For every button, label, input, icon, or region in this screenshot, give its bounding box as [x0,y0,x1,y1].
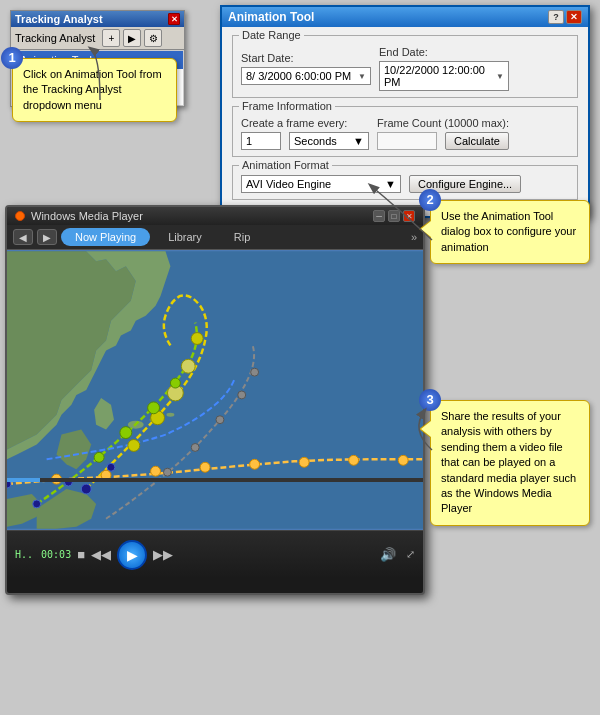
wmp-title-left: Windows Media Player [15,210,143,222]
svg-point-11 [33,500,41,508]
progress-bar-container [7,478,423,482]
time-value: 00:03 [41,549,71,560]
animation-tool-dialog: Animation Tool ? ✕ Date Range Start Date… [220,5,590,218]
callout-3-text: Share the results of your analysis with … [441,410,576,514]
wmp-tab-library[interactable]: Library [154,228,216,246]
frame-count-section: Frame Count (10000 max): Calculate [377,117,509,150]
svg-point-14 [120,427,132,439]
svg-point-19 [216,416,224,424]
callout-2: 2 Use the Animation Tool dialog box to c… [430,200,590,264]
callout-2-number: 2 [419,189,441,211]
wmp-controls: H.. 00:03 ■ ◀◀ ▶ ▶▶ 🔊 ⤢ [7,530,423,578]
anim-close-button[interactable]: ✕ [566,10,582,24]
end-date-input[interactable]: 10/22/2000 12:00:00 PM ▼ [379,61,509,91]
volume-icon[interactable]: 🔊 [380,547,396,562]
start-date-input[interactable]: 8/ 3/2000 6:00:00 PM ▼ [241,67,371,85]
date-range-label: Date Range [239,29,304,41]
start-date-value: 8/ 3/2000 6:00:00 PM [246,70,351,82]
end-date-section: End Date: 10/22/2000 12:00:00 PM ▼ [379,46,509,91]
calculate-button[interactable]: Calculate [445,132,509,150]
frame-count-label: Frame Count (10000 max): [377,117,509,129]
frame-every-inputs: Seconds ▼ [241,132,369,150]
callout-1-text: Click on Animation Tool from the Trackin… [23,68,162,111]
seconds-dropdown-icon: ▼ [353,135,364,147]
frame-info-label: Frame Information [239,100,335,112]
anim-format-label: Animation Format [239,159,332,171]
start-date-label: Start Date: [241,52,294,64]
svg-point-16 [170,378,180,388]
animation-tool-title: Animation Tool [228,10,314,24]
end-date-dropdown-icon: ▼ [496,72,504,81]
svg-point-15 [148,402,160,414]
callout-2-text: Use the Animation Tool dialog box to con… [441,210,576,253]
tracking-close-button[interactable]: ✕ [168,13,180,25]
svg-point-20 [238,391,246,399]
frame-row: Create a frame every: Seconds ▼ Frame Co… [241,117,569,150]
callout-3: 3 Share the results of your analysis wit… [430,400,590,526]
add-button[interactable]: + [102,29,120,47]
play-toolbar-button[interactable]: ▶ [123,29,141,47]
prev-button[interactable]: ◀◀ [91,547,111,562]
svg-point-25 [151,466,161,476]
wmp-forward-button[interactable]: ▶ [37,229,57,245]
engine-combo[interactable]: AVI Video Engine ▼ [241,175,401,193]
seconds-combo[interactable]: Seconds ▼ [289,132,369,150]
svg-point-4 [81,484,91,494]
engine-value: AVI Video Engine [246,178,331,190]
wmp-close-button[interactable]: ✕ [403,210,415,222]
callout-1: 1 Click on Animation Tool from the Track… [12,58,177,122]
svg-point-13 [94,452,104,462]
anim-format-group: Animation Format AVI Video Engine ▼ Conf… [232,165,578,200]
svg-point-5 [107,463,115,471]
svg-point-3 [166,413,174,417]
svg-point-30 [398,455,408,465]
callout-3-number: 3 [419,389,441,411]
wmp-nav-bar: ◀ ▶ Now Playing Library Rip » [7,225,423,250]
wmp-maximize-button[interactable]: □ [388,210,400,222]
frame-value-input[interactable] [241,132,281,150]
anim-help-button[interactable]: ? [548,10,564,24]
settings-toolbar-button[interactable]: ⚙ [144,29,162,47]
wmp-minimize-button[interactable]: ─ [373,210,385,222]
frame-every-section: Create a frame every: Seconds ▼ [241,117,369,150]
svg-point-10 [191,333,203,345]
tracking-toolbar-label: Tracking Analyst [15,32,95,44]
frame-count-inputs: Calculate [377,132,509,150]
svg-point-21 [251,368,259,376]
tracking-title-label: Tracking Analyst [15,13,103,25]
frame-count-input[interactable] [377,132,437,150]
windows-media-player: Windows Media Player ─ □ ✕ ◀ ▶ Now Playi… [5,205,425,595]
start-date-section: Start Date: 8/ 3/2000 6:00:00 PM ▼ [241,52,371,85]
wmp-more-tabs[interactable]: » [411,231,417,243]
anim-body: Date Range Start Date: 8/ 3/2000 6:00:00… [222,27,588,216]
wmp-tab-now-playing[interactable]: Now Playing [61,228,150,246]
engine-dropdown-icon: ▼ [385,178,396,190]
wmp-title-label: Windows Media Player [31,210,143,222]
wmp-logo-dot [15,211,25,221]
wmp-back-button[interactable]: ◀ [13,229,33,245]
time-display: H.. [15,549,33,560]
progress-bar-fill [7,478,40,482]
stop-button[interactable]: ■ [77,547,85,562]
expand-button[interactable]: ⤢ [406,548,415,561]
svg-point-9 [181,359,195,373]
svg-point-28 [299,457,309,467]
start-date-dropdown-icon: ▼ [358,72,366,81]
frame-info-group: Frame Information Create a frame every: … [232,106,578,157]
svg-point-6 [128,440,140,452]
tracking-toolbar: Tracking Analyst + ▶ ⚙ [11,27,184,50]
play-button[interactable]: ▶ [117,540,147,570]
wmp-window-controls: ─ □ ✕ [373,210,415,222]
map-svg [7,250,423,530]
create-frame-label: Create a frame every: [241,117,347,129]
svg-point-29 [349,455,359,465]
date-row: Start Date: 8/ 3/2000 6:00:00 PM ▼ End D… [241,46,569,91]
map-area [7,250,423,530]
svg-point-17 [163,468,171,476]
format-row: AVI Video Engine ▼ Configure Engine... [241,175,569,193]
wmp-tab-rip[interactable]: Rip [220,228,265,246]
anim-title-buttons: ? ✕ [548,10,582,24]
next-button[interactable]: ▶▶ [153,547,173,562]
volume-area: 🔊 [380,547,396,562]
seconds-label: Seconds [294,135,337,147]
